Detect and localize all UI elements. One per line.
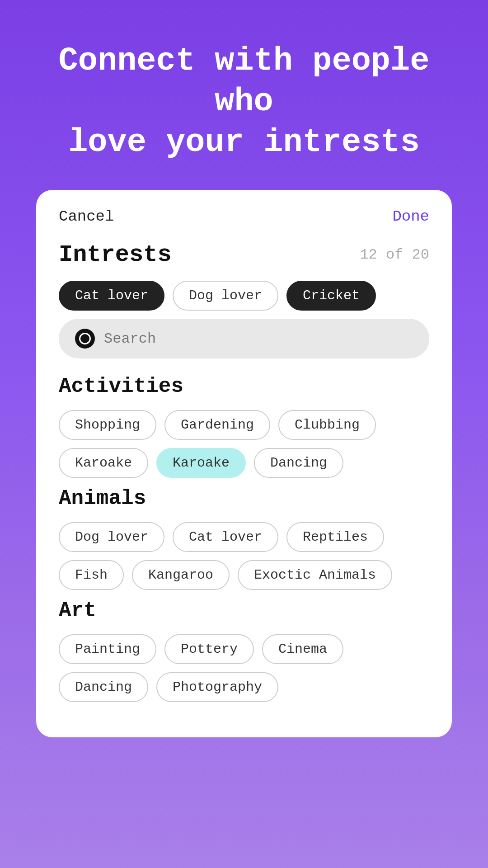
- search-input[interactable]: [104, 330, 413, 347]
- activity-tag[interactable]: Exoctic Animals: [238, 560, 392, 590]
- section-title-art: Art: [59, 599, 429, 623]
- selected-tag[interactable]: Cat lover: [59, 281, 164, 311]
- hero-line2: love your intrests: [68, 124, 420, 161]
- interests-card: Cancel Done Intrests 12 of 20 Cat loverD…: [36, 190, 452, 737]
- tags-row: FishKangarooExoctic Animals: [59, 560, 429, 590]
- count-badge: 12 of 20: [360, 246, 429, 263]
- section-art: ArtPaintingPotteryCinemaDancingPhotograp…: [59, 599, 429, 702]
- done-button[interactable]: Done: [392, 208, 429, 225]
- activity-tag[interactable]: Karoake: [59, 448, 148, 478]
- intrests-title: Intrests: [59, 241, 172, 268]
- tags-row: ShoppingGardeningClubbing: [59, 410, 429, 440]
- sections-container: ActivitiesShoppingGardeningClubbingKaroa…: [59, 375, 429, 702]
- activity-tag[interactable]: Painting: [59, 634, 156, 664]
- search-icon: [75, 329, 95, 349]
- card-header: Cancel Done: [59, 208, 429, 225]
- activity-tag[interactable]: Shopping: [59, 410, 156, 440]
- tags-row: Dog loverCat loverReptiles: [59, 522, 429, 552]
- section-title-activities: Activities: [59, 375, 429, 398]
- hero-section: Connect with people who love your intres…: [0, 0, 488, 190]
- selected-tag[interactable]: Cricket: [286, 281, 376, 311]
- tags-row: KaroakeKaroakeDancing: [59, 448, 429, 478]
- activity-tag[interactable]: Pottery: [164, 634, 254, 664]
- selected-tags-row: Cat loverDog loverCricket: [59, 281, 429, 311]
- section-title-animals: Animals: [59, 487, 429, 510]
- activity-tag[interactable]: Dog lover: [59, 522, 164, 552]
- activity-tag[interactable]: Cinema: [262, 634, 343, 664]
- activity-tag[interactable]: Kangaroo: [132, 560, 230, 590]
- activity-tag[interactable]: Photography: [156, 672, 278, 702]
- activity-tag[interactable]: Fish: [59, 560, 124, 590]
- section-activities: ActivitiesShoppingGardeningClubbingKaroa…: [59, 375, 429, 478]
- section-animals: AnimalsDog loverCat loverReptilesFishKan…: [59, 487, 429, 590]
- selected-tag[interactable]: Dog lover: [173, 281, 278, 311]
- activity-tag[interactable]: Dancing: [254, 448, 343, 478]
- tags-row: PaintingPotteryCinema: [59, 634, 429, 664]
- tags-row: DancingPhotography: [59, 672, 429, 702]
- activity-tag[interactable]: Dancing: [59, 672, 148, 702]
- activity-tag[interactable]: Gardening: [164, 410, 270, 440]
- activity-tag[interactable]: Karoake: [156, 448, 246, 478]
- search-bar[interactable]: [59, 319, 429, 359]
- hero-line1: Connect with people who: [59, 42, 430, 120]
- cancel-button[interactable]: Cancel: [59, 208, 114, 225]
- activity-tag[interactable]: Reptiles: [286, 522, 384, 552]
- activity-tag[interactable]: Cat lover: [173, 522, 278, 552]
- activity-tag[interactable]: Clubbing: [278, 410, 376, 440]
- intrests-row: Intrests 12 of 20: [59, 241, 429, 268]
